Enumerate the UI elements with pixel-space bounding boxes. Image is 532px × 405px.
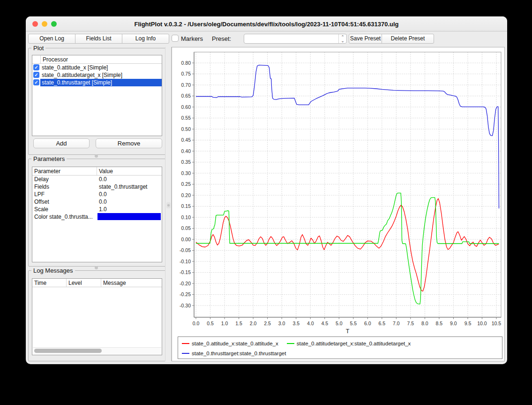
parameters-group-title: Parameters [31,155,67,162]
parameters-group: Parameters Parameter Value Delay 0.0 Fie… [28,159,166,267]
svg-text:4.5: 4.5 [321,321,328,326]
param-row-delay[interactable]: Delay 0.0 [32,176,162,183]
svg-text:5.0: 5.0 [336,321,343,326]
log-messages-group-title: Log Messages [31,267,75,274]
param-row-fields[interactable]: Fields state_0.thrusttarget [32,183,162,191]
checkbox-checked-icon[interactable]: ✓ [33,72,39,78]
message-column-header[interactable]: Message [103,280,126,286]
markers-checkbox[interactable] [172,35,179,42]
svg-text:10.0: 10.0 [477,321,487,326]
legend-line-green [287,343,294,344]
svg-text:0.50: 0.50 [181,126,191,132]
param-row-offset[interactable]: Offset 0.0 [32,198,162,206]
svg-text:0.65: 0.65 [181,93,191,99]
svg-text:0.60: 0.60 [181,104,191,110]
svg-text:-0.05: -0.05 [180,247,191,253]
vertical-split-divider[interactable] [165,47,172,361]
svg-text:0.05: 0.05 [181,225,191,231]
plot-group: Plot Processor ✓ state_0.attitude_x [Sim… [28,48,166,155]
svg-text:0.0: 0.0 [193,321,200,326]
save-preset-button[interactable]: Save Preset [349,34,382,44]
split-divider-handle[interactable] [95,154,98,158]
plot-group-title: Plot [31,45,45,52]
processor-table-header[interactable]: Processor [32,55,162,64]
param-row-lpf[interactable]: LPF 0.0 [32,191,162,198]
processor-table[interactable]: Processor ✓ state_0.attitude_x [Simple] … [32,55,162,136]
svg-text:9.5: 9.5 [465,321,472,326]
parameters-table[interactable]: Parameter Value Delay 0.0 Fields state_0… [32,167,162,262]
open-log-button[interactable]: Open Log [28,34,75,44]
log-messages-table-header[interactable]: Time Level Message [32,279,162,287]
svg-text:8.0: 8.0 [421,321,428,326]
checkbox-checked-icon[interactable]: ✓ [33,64,39,70]
svg-text:3.5: 3.5 [292,321,300,326]
legend-item-thrusttarget: state_0.thrusttarget:state_0.thrusttarge… [182,351,286,356]
window-title: FlightPlot v.0.3.2 - /Users/oleg/Documen… [26,21,507,28]
svg-text:-0.20: -0.20 [180,281,191,286]
fields-list-button[interactable]: Fields List [75,34,122,44]
markers-label: Markers [181,35,203,42]
scrollbar-thumb[interactable] [34,349,102,353]
svg-text:6.5: 6.5 [379,321,386,326]
svg-text:0.45: 0.45 [181,137,191,143]
parameter-column-header[interactable]: Parameter [34,168,60,175]
processor-column-header[interactable]: Processor [43,56,68,63]
checkbox-checked-icon[interactable]: ✓ [33,79,39,85]
axis-tick-marks [192,63,496,319]
svg-text:0.20: 0.20 [181,192,191,198]
svg-text:10.5: 10.5 [492,321,502,326]
processor-row-attitude-x[interactable]: ✓ state_0.attitude_x [Simple] [32,64,162,71]
processor-row-attitudetarget-x[interactable]: ✓ state_0.attitudetarget_x [Simple] [32,71,162,79]
value-column-header[interactable]: Value [99,168,113,175]
svg-text:1.0: 1.0 [221,321,228,326]
add-button[interactable]: Add [33,138,90,148]
svg-text:4.0: 4.0 [307,321,314,326]
svg-text:6.0: 6.0 [364,321,371,326]
x-axis-label: T [346,328,350,335]
preset-combobox[interactable]: ⌃⌄ [244,34,347,44]
remove-button[interactable]: Remove [96,138,162,148]
svg-text:9.0: 9.0 [450,321,457,326]
level-column-header[interactable]: Level [68,280,82,286]
svg-text:0.75: 0.75 [181,71,191,76]
svg-text:7.5: 7.5 [407,321,414,326]
log-messages-table[interactable]: Time Level Message [32,278,162,355]
title-bar[interactable]: FlightPlot v.0.3.2 - /Users/oleg/Documen… [26,16,507,31]
svg-text:0.10: 0.10 [181,214,191,220]
preset-label: Preset: [212,35,231,42]
svg-text:2.5: 2.5 [264,321,271,326]
axis-tick-labels: 0.00.51.01.52.02.53.03.54.04.55.05.56.06… [180,60,501,326]
delete-preset-button[interactable]: Delete Preset [382,34,434,44]
log-info-button[interactable]: Log Info [122,34,169,44]
legend-line-blue [182,353,189,354]
log-messages-group: Log Messages Time Level Message [28,270,166,361]
vertical-divider-handle[interactable] [166,202,171,208]
svg-text:2.0: 2.0 [250,321,257,326]
svg-text:0.40: 0.40 [181,148,191,154]
app-window: FlightPlot v.0.3.2 - /Users/oleg/Documen… [26,16,507,364]
svg-text:1.5: 1.5 [235,321,242,326]
svg-text:0.25: 0.25 [181,181,191,187]
color-swatch[interactable] [97,213,161,220]
plot-area-border [194,52,501,317]
svg-text:-0.25: -0.25 [180,291,191,297]
svg-text:-0.30: -0.30 [180,303,191,308]
chart-legend: state_0.attitude_x:state_0.attitude_x st… [178,336,502,359]
param-row-color[interactable]: Color state_0.thrustta... [32,213,162,221]
legend-item-attitudetarget-x: state_0.attitudetarget_x:state_0.attitud… [287,341,411,346]
processor-row-thrusttarget[interactable]: ✓ state_0.thrusttarget [Simple] [32,79,162,86]
svg-text:0.00: 0.00 [181,237,191,242]
chart-panel: 0.00.51.01.52.02.53.03.54.04.55.05.56.06… [172,47,505,361]
svg-text:0.70: 0.70 [181,82,191,88]
split-divider-handle[interactable] [95,266,98,269]
svg-text:0.30: 0.30 [181,170,191,176]
param-row-scale[interactable]: Scale 1.0 [32,206,162,213]
parameters-table-header[interactable]: Parameter Value [32,167,162,176]
svg-text:0.35: 0.35 [181,159,191,165]
grid-lines [194,52,501,317]
horizontal-scrollbar[interactable] [33,347,161,354]
svg-text:0.80: 0.80 [181,60,191,66]
time-column-header[interactable]: Time [34,280,46,286]
combo-stepper-icon[interactable]: ⌃⌄ [338,34,346,43]
chart-plot[interactable]: 0.00.51.01.52.02.53.03.54.04.55.05.56.06… [172,47,505,335]
